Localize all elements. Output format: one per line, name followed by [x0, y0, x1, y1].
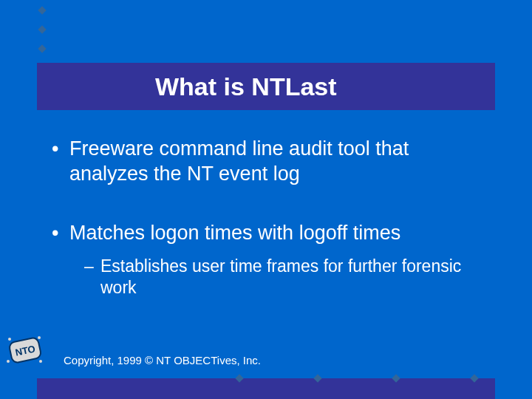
svg-point-2 [38, 336, 41, 339]
bullet-item: Freeware command line audit tool that an… [52, 137, 488, 187]
diamond-icon [313, 374, 321, 382]
decorative-dots-top [39, 7, 45, 52]
diamond-icon [38, 44, 46, 52]
diamond-icon [392, 374, 400, 382]
bullet-group: Matches logon times with logoff times Es… [52, 221, 488, 299]
bottom-accent-bar [37, 378, 495, 399]
slide-title: What is NTLast [155, 72, 337, 101]
logo-icon: NTO [4, 334, 44, 366]
bullet-item: Matches logon times with logoff times [52, 221, 488, 246]
slide: What is NTLast Freeware command line aud… [0, 0, 532, 399]
diamond-icon [235, 374, 243, 382]
diamond-icon [470, 374, 478, 382]
svg-point-3 [7, 360, 10, 363]
decorative-dots-bottom [236, 375, 477, 381]
slide-content: Freeware command line audit tool that an… [52, 137, 488, 299]
svg-point-1 [8, 338, 11, 341]
nto-logo: NTO [4, 334, 44, 366]
diamond-icon [38, 6, 46, 14]
diamond-icon [38, 25, 46, 33]
copyright-text: Copyright, 1999 © NT OBJECTives, Inc. [64, 354, 261, 366]
svg-point-4 [39, 360, 42, 363]
sub-bullet-item: Establishes user time frames for further… [52, 256, 488, 299]
title-bar: What is NTLast [37, 63, 495, 110]
